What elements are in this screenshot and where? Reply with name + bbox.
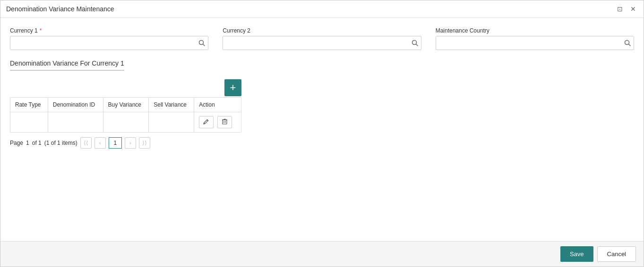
restore-button[interactable]: ⊡ [615,4,625,14]
currency2-group: Currency 2 [223,27,435,50]
modal-body: Currency 1 * Currency 2 [0,18,644,241]
last-page-button[interactable]: ⟩⟩ [139,137,150,149]
cell-action [194,112,241,133]
svg-line-3 [416,44,418,46]
currency2-input-wrapper [223,36,421,50]
next-page-button[interactable]: › [125,137,136,149]
currency1-group: Currency 1 * [10,27,223,50]
currency1-input-wrapper [10,36,208,50]
first-page-icon: ⟨⟨ [84,140,88,146]
table-section: + Rate Type Denomination ID Buy Variance… [10,79,634,149]
col-action: Action [194,98,241,112]
edit-icon [203,118,209,125]
search-icon [198,40,205,46]
table-body [10,112,241,133]
of-label: of 1 [32,140,42,146]
next-page-icon: › [129,140,131,146]
modal-container: Denomination Variance Maintenance ⊡ ✕ Cu… [0,0,644,267]
table-header-row: Rate Type Denomination ID Buy Variance S… [10,98,241,112]
currency1-input[interactable] [13,40,198,46]
modal-title: Denomination Variance Maintenance [6,5,114,13]
delete-button[interactable] [217,116,232,128]
col-buy-variance: Buy Variance [103,98,149,112]
cell-buy-variance [103,112,149,133]
required-star: * [40,27,42,34]
add-btn-row: + [10,79,241,96]
currency1-search-button[interactable] [198,40,205,46]
currency2-input[interactable] [226,40,411,46]
cell-rate-type [10,112,48,133]
maintenance-country-search-button[interactable] [624,40,631,46]
search-icon [412,40,418,46]
svg-line-5 [628,44,630,46]
edit-button[interactable] [199,116,214,128]
maintenance-country-group: Maintenance Country [436,27,634,50]
currency1-label: Currency 1 * [10,27,208,34]
fields-row: Currency 1 * Currency 2 [10,27,634,50]
section-title: Denomination Variance For Currency 1 [10,59,124,71]
data-table: Rate Type Denomination ID Buy Variance S… [10,97,241,133]
current-page-display: 1 [26,140,29,146]
trash-icon [222,118,228,125]
col-sell-variance: Sell Variance [149,98,194,112]
cancel-button[interactable]: Cancel [597,246,636,262]
prev-page-icon: ‹ [99,140,101,146]
close-icon: ✕ [630,5,636,13]
col-rate-type: Rate Type [10,98,48,112]
currency2-label: Currency 2 [223,27,421,34]
col-denomination-id: Denomination ID [48,98,103,112]
svg-rect-6 [223,120,227,124]
modal-header: Denomination Variance Maintenance ⊡ ✕ [0,0,644,18]
maintenance-country-input[interactable] [439,40,624,46]
cell-sell-variance [149,112,194,133]
first-page-button[interactable]: ⟨⟨ [80,137,92,149]
modal-header-actions: ⊡ ✕ [615,4,638,14]
table-header: Rate Type Denomination ID Buy Variance S… [10,98,241,112]
save-button[interactable]: Save [560,246,593,262]
add-row-button[interactable]: + [224,79,241,96]
modal-footer: Save Cancel [0,241,644,267]
restore-icon: ⊡ [617,5,623,13]
page-label: Page [10,140,23,146]
prev-page-button[interactable]: ‹ [94,137,106,149]
cell-denomination-id [48,112,103,133]
svg-line-1 [203,44,205,46]
currency2-search-button[interactable] [412,40,418,46]
items-label: (1 of 1 items) [44,140,77,146]
plus-icon: + [230,82,236,94]
table-row [10,112,241,133]
maintenance-country-input-wrapper [436,36,634,50]
maintenance-country-label: Maintenance Country [436,27,634,34]
pagination: Page 1 of 1 (1 of 1 items) ⟨⟨ ‹ › ⟩⟩ [10,137,634,149]
last-page-icon: ⟩⟩ [142,140,147,146]
search-icon [624,40,631,46]
close-button[interactable]: ✕ [628,4,638,14]
page-number-input[interactable] [109,137,122,149]
